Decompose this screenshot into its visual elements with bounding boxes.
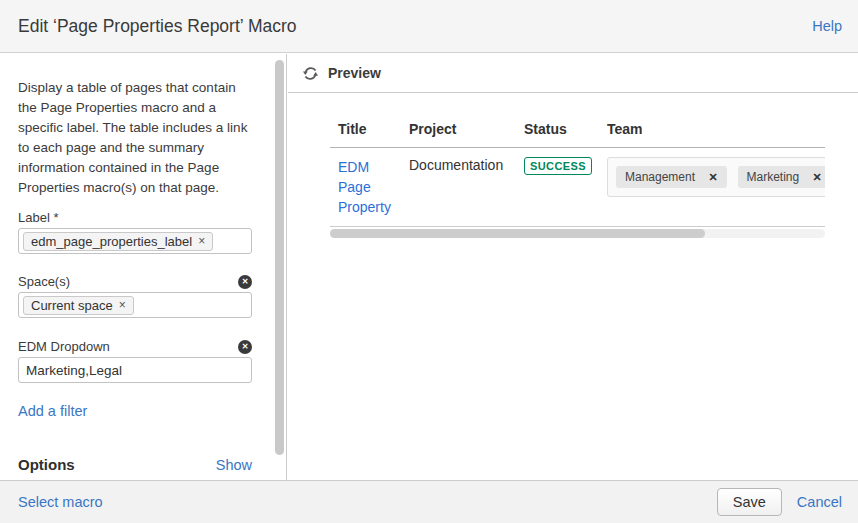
preview-header: Preview (288, 54, 858, 93)
team-tags-field[interactable]: Management ✕ Marketing ✕ (607, 157, 825, 197)
preview-panel: Preview Title Project Status Team EDM (288, 54, 858, 480)
column-header-project: Project (401, 113, 516, 148)
cell-status: SUCCESS (516, 148, 599, 227)
add-filter-link[interactable]: Add a filter (18, 403, 87, 419)
remove-tag-icon[interactable]: × (119, 298, 126, 312)
label-field-row: Label * (18, 209, 252, 226)
macro-description: Display a table of pages that contain th… (18, 78, 258, 198)
cell-project: Documentation (401, 148, 516, 227)
space-tag: Current space × (23, 296, 134, 315)
column-header-status: Status (516, 113, 599, 148)
options-row: Options Show (18, 456, 252, 473)
cell-team: Management ✕ Marketing ✕ (599, 148, 825, 227)
refresh-icon[interactable] (301, 64, 319, 82)
remove-team-tag-icon[interactable]: ✕ (708, 171, 717, 183)
label-field-label: Label * (18, 210, 58, 225)
dialog-footer: Select macro Save Cancel (0, 480, 858, 523)
table-row: EDM Page Property Documentation SUCCESS … (330, 148, 825, 227)
macro-edit-dialog: Edit ‘Page Properties Report’ Macro Help… (0, 0, 858, 523)
horizontal-scrollbar-track[interactable] (330, 229, 825, 238)
page-title: Edit ‘Page Properties Report’ Macro (18, 16, 297, 37)
clear-edm-icon[interactable]: ✕ (238, 340, 252, 354)
edm-field-row: EDM Dropdown ✕ (18, 338, 252, 355)
label-tag-text: edm_page_properties_label (31, 234, 192, 249)
dialog-header: Edit ‘Page Properties Report’ Macro Help (0, 0, 858, 53)
label-tag: edm_page_properties_label × (23, 232, 213, 251)
edm-field-label: EDM Dropdown (18, 339, 110, 354)
cancel-link[interactable]: Cancel (797, 494, 842, 510)
column-header-team: Team (599, 113, 825, 148)
page-link[interactable]: EDM Page Property (338, 157, 393, 217)
team-tag: Marketing ✕ (738, 166, 826, 188)
options-show-link[interactable]: Show (216, 457, 252, 473)
preview-table-viewport: Title Project Status Team EDM Page Prope… (330, 113, 825, 238)
clear-spaces-icon[interactable]: ✕ (238, 275, 252, 289)
space-tag-text: Current space (31, 298, 113, 313)
team-tag-text: Marketing (747, 170, 800, 184)
options-heading: Options (18, 456, 75, 473)
footer-actions: Save Cancel (717, 488, 842, 516)
edm-dropdown-input[interactable] (18, 357, 252, 383)
save-button[interactable]: Save (717, 488, 782, 516)
status-badge: SUCCESS (524, 157, 592, 175)
help-link[interactable]: Help (812, 18, 842, 34)
page-properties-report-table: Title Project Status Team EDM Page Prope… (330, 113, 825, 227)
remove-tag-icon[interactable]: × (198, 234, 205, 248)
spaces-field-label: Space(s) (18, 274, 70, 289)
remove-team-tag-icon[interactable]: ✕ (813, 171, 822, 183)
team-tag: Management ✕ (616, 166, 727, 188)
select-macro-link[interactable]: Select macro (18, 494, 103, 510)
spaces-input[interactable]: Current space × (18, 292, 252, 318)
table-header-row: Title Project Status Team (330, 113, 825, 148)
macro-parameters-panel: Display a table of pages that contain th… (0, 54, 287, 480)
label-input[interactable]: edm_page_properties_label × (18, 228, 252, 254)
preview-title: Preview (328, 65, 381, 81)
column-header-title: Title (330, 113, 401, 148)
spaces-field-row: Space(s) ✕ (18, 273, 252, 290)
team-tag-text: Management (625, 170, 695, 184)
horizontal-scrollbar-thumb[interactable] (330, 229, 705, 238)
vertical-scrollbar-thumb[interactable] (275, 60, 284, 455)
cell-title: EDM Page Property (330, 148, 401, 227)
